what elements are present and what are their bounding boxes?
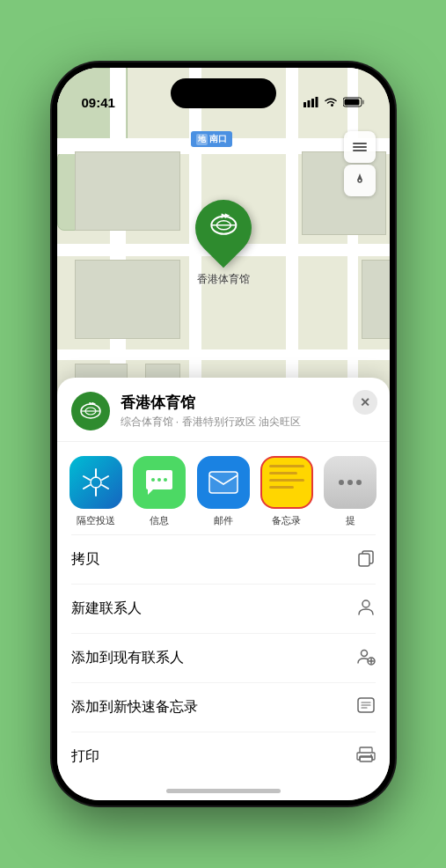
svg-rect-2	[311, 99, 314, 107]
close-button[interactable]: ✕	[353, 390, 377, 415]
venue-description: 综合体育馆 · 香港特别行政区 油尖旺区	[121, 415, 376, 430]
svg-rect-5	[362, 100, 364, 105]
pin-icon	[208, 210, 239, 247]
svg-point-27	[157, 478, 161, 482]
print-label: 打印	[71, 747, 99, 766]
location-button[interactable]	[344, 165, 376, 196]
svg-rect-8	[353, 146, 367, 148]
share-airdrop[interactable]: 隔空投送	[64, 456, 128, 527]
mail-icon	[197, 456, 250, 509]
notes-icon	[260, 456, 313, 509]
svg-point-44	[370, 754, 372, 756]
message-icon	[133, 456, 186, 509]
new-contact-label: 新建联系人	[71, 600, 142, 618]
add-existing-icon	[356, 646, 376, 670]
print-icon	[356, 745, 376, 769]
dynamic-island	[171, 78, 276, 108]
svg-rect-6	[344, 99, 359, 106]
action-copy[interactable]: 拷贝	[71, 535, 376, 585]
svg-point-34	[361, 651, 367, 657]
share-mail[interactable]: 邮件	[191, 456, 254, 527]
new-contact-icon	[356, 597, 376, 621]
action-add-notes[interactable]: 添加到新快速备忘录	[71, 683, 376, 732]
copy-label: 拷贝	[71, 550, 99, 569]
status-time: 09:41	[82, 95, 115, 110]
more-label: 提	[346, 514, 355, 527]
message-label: 信息	[150, 514, 169, 527]
add-notes-label: 添加到新快速备忘录	[71, 698, 198, 717]
action-new-contact[interactable]: 新建联系人	[71, 585, 376, 634]
pin-label: 香港体育馆	[197, 272, 250, 287]
share-more[interactable]: 提	[318, 456, 382, 527]
add-existing-label: 添加到现有联系人	[71, 649, 184, 667]
share-notes[interactable]: 备忘录	[255, 456, 318, 527]
signal-icon	[303, 97, 318, 110]
copy-icon	[356, 548, 376, 571]
notes-label: 备忘录	[272, 514, 301, 527]
share-actions-row: 隔空投送 信息	[57, 442, 390, 534]
svg-point-10	[358, 179, 362, 182]
battery-icon	[343, 97, 365, 110]
venue-name: 香港体育馆	[121, 393, 376, 413]
svg-rect-29	[209, 472, 238, 493]
svg-point-26	[151, 478, 155, 482]
airdrop-label: 隔空投送	[77, 514, 115, 527]
airdrop-icon	[69, 456, 122, 509]
svg-point-33	[362, 600, 369, 607]
wifi-icon	[324, 97, 338, 110]
svg-rect-3	[315, 97, 318, 107]
share-message[interactable]: 信息	[128, 456, 191, 527]
phone-screen: 09:41	[57, 68, 390, 800]
action-print[interactable]: 打印	[71, 732, 376, 781]
svg-point-25	[91, 477, 101, 488]
home-indicator	[166, 789, 281, 793]
venue-logo	[71, 392, 110, 430]
stadium-pin[interactable]: 香港体育馆	[195, 200, 252, 287]
more-icon	[324, 456, 377, 509]
svg-rect-32	[359, 554, 369, 566]
svg-point-28	[164, 478, 167, 482]
add-notes-icon	[356, 695, 376, 719]
venue-header: 香港体育馆 综合体育馆 · 香港特别行政区 油尖旺区 ✕	[57, 378, 390, 442]
svg-rect-1	[307, 100, 310, 107]
map-controls[interactable]	[344, 131, 376, 196]
map-north-gate-label: 南口	[191, 131, 232, 147]
action-list: 拷贝 新建联系人	[71, 534, 376, 781]
svg-rect-0	[303, 102, 306, 107]
svg-rect-9	[353, 150, 367, 151]
mail-label: 邮件	[214, 514, 233, 527]
bottom-sheet: 香港体育馆 综合体育馆 · 香港特别行政区 油尖旺区 ✕	[57, 378, 390, 800]
svg-rect-42	[360, 747, 372, 753]
action-add-existing[interactable]: 添加到现有联系人	[71, 634, 376, 683]
svg-rect-7	[353, 143, 367, 144]
status-icons	[303, 97, 365, 110]
phone-frame: 09:41	[52, 63, 395, 805]
map-layers-button[interactable]	[344, 131, 376, 163]
venue-info: 香港体育馆 综合体育馆 · 香港特别行政区 油尖旺区	[121, 393, 376, 430]
pin-circle	[183, 188, 263, 268]
